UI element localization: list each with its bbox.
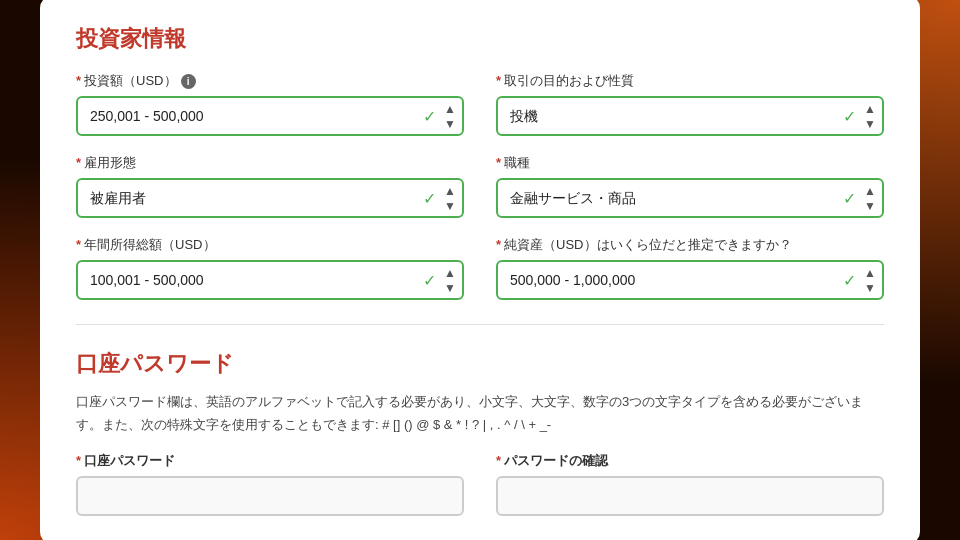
password-input[interactable] bbox=[76, 476, 464, 516]
required-mark-8: * bbox=[496, 453, 501, 468]
net-assets-field: *純資産（USD）はいくら位だと推定できますか？ 500,000 - 1,000… bbox=[496, 236, 884, 300]
password-description: 口座パスワード欄は、英語のアルファベットで記入する必要があり、小文字、大文字、数… bbox=[76, 391, 884, 435]
investment-amount-label: *投資額（USD）i bbox=[76, 72, 464, 90]
password-form-grid: *口座パスワード *パスワードの確認 bbox=[76, 452, 884, 516]
net-assets-label: *純資産（USD）はいくら位だと推定できますか？ bbox=[496, 236, 884, 254]
job-type-wrapper: 金融サービス・商品 IT 医療 ✓ ▲ ▼ bbox=[496, 178, 884, 218]
employment-type-label: *雇用形態 bbox=[76, 154, 464, 172]
annual-income-field: *年間所得総額（USD） 100,001 - 500,000 50,000 - … bbox=[76, 236, 464, 300]
investor-form-grid: *投資額（USD）i 250,001 - 500,000 100,001 - 2… bbox=[76, 72, 884, 300]
employment-type-select[interactable]: 被雇用者 自営業 無職 bbox=[76, 178, 464, 218]
annual-income-select[interactable]: 100,001 - 500,000 50,000 - 100,000 500,0… bbox=[76, 260, 464, 300]
password-label: *口座パスワード bbox=[76, 452, 464, 470]
job-type-label: *職種 bbox=[496, 154, 884, 172]
section-divider bbox=[76, 324, 884, 325]
net-assets-wrapper: 500,000 - 1,000,000 100,000 - 500,000 1,… bbox=[496, 260, 884, 300]
password-confirm-label: *パスワードの確認 bbox=[496, 452, 884, 470]
trade-purpose-wrapper: 投機 ヘッジ 投資 ✓ ▲ ▼ bbox=[496, 96, 884, 136]
password-confirm-input[interactable] bbox=[496, 476, 884, 516]
password-confirm-field: *パスワードの確認 bbox=[496, 452, 884, 516]
required-mark-6: * bbox=[496, 237, 501, 252]
password-section-title: 口座パスワード bbox=[76, 349, 884, 379]
required-mark-7: * bbox=[76, 453, 81, 468]
required-mark-4: * bbox=[496, 155, 501, 170]
password-section: 口座パスワード 口座パスワード欄は、英語のアルファベットで記入する必要があり、小… bbox=[76, 349, 884, 515]
main-card: 投資家情報 *投資額（USD）i 250,001 - 500,000 100,0… bbox=[40, 0, 920, 540]
trade-purpose-field: *取引の目的および性質 投機 ヘッジ 投資 ✓ ▲ ▼ bbox=[496, 72, 884, 136]
employment-type-field: *雇用形態 被雇用者 自営業 無職 ✓ ▲ ▼ bbox=[76, 154, 464, 218]
investor-section-title: 投資家情報 bbox=[76, 24, 884, 54]
required-mark-3: * bbox=[76, 155, 81, 170]
investment-amount-select[interactable]: 250,001 - 500,000 100,001 - 250,000 500,… bbox=[76, 96, 464, 136]
trade-purpose-select[interactable]: 投機 ヘッジ 投資 bbox=[496, 96, 884, 136]
required-mark-2: * bbox=[496, 73, 501, 88]
investment-amount-wrapper: 250,001 - 500,000 100,001 - 250,000 500,… bbox=[76, 96, 464, 136]
annual-income-label: *年間所得総額（USD） bbox=[76, 236, 464, 254]
password-field: *口座パスワード bbox=[76, 452, 464, 516]
net-assets-select[interactable]: 500,000 - 1,000,000 100,000 - 500,000 1,… bbox=[496, 260, 884, 300]
employment-type-wrapper: 被雇用者 自営業 無職 ✓ ▲ ▼ bbox=[76, 178, 464, 218]
job-type-field: *職種 金融サービス・商品 IT 医療 ✓ ▲ ▼ bbox=[496, 154, 884, 218]
annual-income-wrapper: 100,001 - 500,000 50,000 - 100,000 500,0… bbox=[76, 260, 464, 300]
investment-amount-field: *投資額（USD）i 250,001 - 500,000 100,001 - 2… bbox=[76, 72, 464, 136]
trade-purpose-label: *取引の目的および性質 bbox=[496, 72, 884, 90]
job-type-select[interactable]: 金融サービス・商品 IT 医療 bbox=[496, 178, 884, 218]
required-mark-5: * bbox=[76, 237, 81, 252]
info-icon: i bbox=[181, 74, 196, 89]
investor-section: 投資家情報 *投資額（USD）i 250,001 - 500,000 100,0… bbox=[76, 24, 884, 300]
required-mark: * bbox=[76, 73, 81, 88]
